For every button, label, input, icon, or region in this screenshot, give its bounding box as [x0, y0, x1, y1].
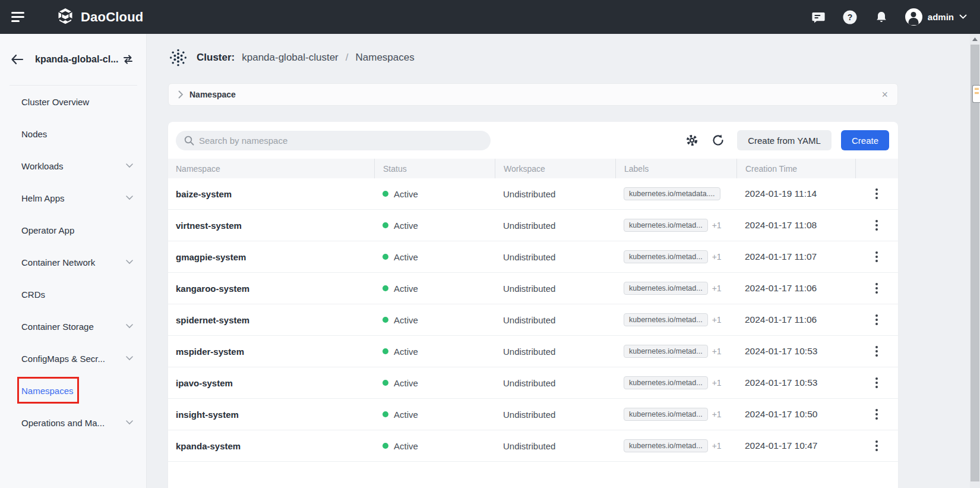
sidebar-item-cluster-overview[interactable]: Cluster Overview — [0, 86, 146, 118]
breadcrumb-separator: / — [346, 52, 349, 64]
menu-toggle-icon[interactable] — [11, 10, 29, 24]
workspace-cell: Undistributed — [495, 367, 615, 398]
namespace-name-link[interactable]: mspider-system — [168, 336, 374, 367]
label-chip[interactable]: kubernetes.io/metadata.... — [624, 187, 720, 200]
sidebar-item-label: Helm Apps — [21, 193, 126, 203]
namespace-name-link[interactable]: spidernet-system — [168, 304, 374, 335]
help-icon[interactable]: ? — [842, 10, 858, 25]
table-row: insight-systemActiveUndistributedkuberne… — [168, 399, 898, 430]
table-row: baize-systemActiveUndistributedkubernete… — [168, 178, 898, 210]
labels-cell: kubernetes.io/metad...+1 — [615, 430, 736, 461]
row-actions-cell — [855, 430, 898, 461]
svg-text:?: ? — [848, 12, 853, 22]
sidebar-item-configmaps-secr[interactable]: ConfigMaps & Secr... — [0, 342, 146, 374]
sidebar-item-operator-app[interactable]: Operator App — [0, 214, 146, 246]
status-active-dot — [382, 191, 388, 197]
close-icon[interactable]: × — [881, 89, 888, 100]
row-actions-cell — [855, 399, 898, 430]
workspace-cell: Undistributed — [495, 430, 615, 461]
creation-time-cell: 2024-01-17 10:50 — [736, 399, 855, 430]
kebab-menu-icon[interactable] — [873, 249, 880, 265]
labels-more-count: +1 — [712, 441, 722, 451]
status-text: Active — [394, 252, 418, 262]
column-header-labels: Labels — [615, 159, 736, 178]
namespace-name-link[interactable]: baize-system — [168, 178, 374, 209]
namespace-name-link[interactable]: gmagpie-system — [168, 241, 374, 272]
row-actions-cell — [855, 178, 898, 209]
status-cell: Active — [374, 178, 495, 209]
kebab-menu-icon[interactable] — [873, 312, 880, 328]
table-row: kpanda-systemActiveUndistributedkubernet… — [168, 430, 898, 462]
workspace-cell: Undistributed — [495, 178, 615, 209]
chevron-down-icon — [126, 163, 133, 168]
labels-more-count: +1 — [712, 378, 722, 388]
column-settings-icon[interactable] — [685, 133, 699, 147]
column-header-workspace: Workspace — [495, 159, 615, 178]
sidebar-item-workloads[interactable]: Workloads — [0, 150, 146, 182]
label-chip[interactable]: kubernetes.io/metad... — [624, 250, 708, 263]
switch-cluster-icon[interactable] — [122, 54, 134, 65]
label-chip[interactable]: kubernetes.io/metad... — [624, 345, 708, 358]
sidebar: kpanda-global-cl... Cluster OverviewNode… — [0, 34, 147, 488]
search-input[interactable] — [199, 136, 482, 146]
create-button[interactable]: Create — [841, 130, 889, 150]
kebab-menu-icon[interactable] — [873, 438, 880, 454]
breadcrumb-cluster-link[interactable]: kpanda-global-cluster — [242, 52, 339, 64]
sidebar-item-operations-and-ma[interactable]: Operations and Ma... — [0, 407, 146, 439]
workspace-cell: Undistributed — [495, 273, 615, 304]
create-from-yaml-button[interactable]: Create from YAML — [737, 130, 832, 150]
kebab-menu-icon[interactable] — [873, 218, 880, 233]
row-actions-cell — [855, 367, 898, 398]
namespace-name-link[interactable]: insight-system — [168, 399, 374, 430]
brand-logo[interactable]: DaoCloud — [55, 7, 143, 27]
kebab-menu-icon[interactable] — [873, 281, 880, 296]
label-chip[interactable]: kubernetes.io/metad... — [624, 219, 708, 232]
refresh-icon[interactable] — [711, 133, 725, 147]
scroll-up-arrow-icon[interactable] — [970, 34, 980, 44]
scrollbar-thumb[interactable] — [970, 45, 979, 481]
namespace-name-link[interactable]: kangaroo-system — [168, 273, 374, 304]
back-arrow-icon[interactable] — [11, 54, 24, 65]
search-icon — [184, 136, 194, 146]
labels-cell: kubernetes.io/metadata.... — [615, 178, 736, 209]
status-cell: Active — [374, 304, 495, 335]
status-text: Active — [394, 410, 418, 420]
label-chip[interactable]: kubernetes.io/metad... — [624, 439, 708, 452]
message-icon[interactable] — [811, 10, 826, 25]
labels-more-count: +1 — [712, 221, 722, 230]
sidebar-item-container-network[interactable]: Container Network — [0, 246, 146, 278]
kebab-menu-icon[interactable] — [873, 375, 880, 391]
kebab-menu-icon[interactable] — [873, 186, 880, 202]
cluster-icon — [168, 48, 188, 68]
label-chip[interactable]: kubernetes.io/metad... — [624, 282, 708, 295]
row-actions-cell — [855, 304, 898, 335]
sidebar-item-namespaces[interactable]: Namespaces — [0, 374, 146, 407]
sidebar-item-helm-apps[interactable]: Helm Apps — [0, 182, 146, 214]
workspace-cell: Undistributed — [495, 304, 615, 335]
kebab-menu-icon[interactable] — [873, 407, 880, 422]
search-box[interactable] — [176, 131, 491, 150]
status-active-dot — [382, 317, 388, 323]
sidebar-item-crds[interactable]: CRDs — [0, 278, 146, 310]
kebab-menu-icon[interactable] — [873, 344, 880, 359]
status-cell: Active — [374, 210, 495, 241]
table-row: kangaroo-systemActiveUndistributedkubern… — [168, 273, 898, 304]
namespace-name-link[interactable]: kpanda-system — [168, 430, 374, 461]
topbar: DaoCloud ? admin — [0, 0, 980, 34]
status-active-dot — [382, 285, 388, 291]
chevron-right-icon[interactable] — [178, 90, 184, 99]
label-chip[interactable]: kubernetes.io/metad... — [624, 408, 708, 421]
label-chip[interactable]: kubernetes.io/metad... — [624, 313, 708, 326]
label-chip[interactable]: kubernetes.io/metad... — [624, 376, 708, 389]
workspace-cell: Undistributed — [495, 210, 615, 241]
row-actions-cell — [855, 210, 898, 241]
chevron-down-icon — [126, 260, 133, 265]
bell-icon[interactable] — [874, 10, 889, 25]
sidebar-item-container-storage[interactable]: Container Storage — [0, 310, 146, 342]
column-header-actions — [855, 159, 898, 178]
namespace-name-link[interactable]: virtnest-system — [168, 210, 374, 241]
account-menu[interactable]: admin — [905, 8, 967, 26]
namespace-name-link[interactable]: ipavo-system — [168, 367, 374, 398]
creation-time-cell: 2024-01-17 11:07 — [736, 241, 855, 272]
sidebar-item-nodes[interactable]: Nodes — [0, 118, 146, 150]
